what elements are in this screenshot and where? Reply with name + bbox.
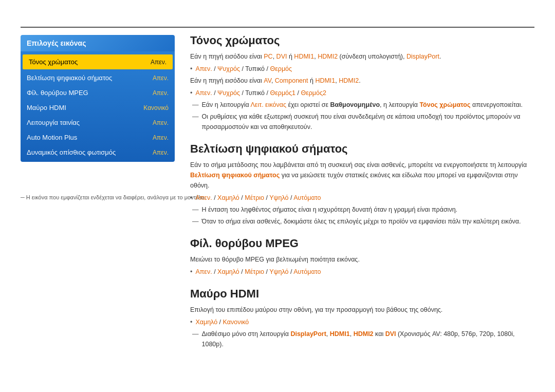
- sidebar-item-value-0: Απεν.: [151, 59, 166, 66]
- sidebar-item-1[interactable]: Βελτίωση ψηφιακού σήματοςΑπεν.: [21, 70, 175, 85]
- section-fil-thoryvou: Φίλ. θορύβου MPEG Μειώνει το θόρυβο MPEG…: [190, 237, 534, 277]
- section-title-mavro-hdmi: Μαύρο HDMI: [190, 287, 534, 301]
- sidebar-item-3[interactable]: Μαύρο HDMIΚανονικό: [21, 100, 175, 115]
- tonos-note-2: — Οι ρυθμίσεις για κάθε εξωτερική συσκευ…: [190, 111, 534, 132]
- sidebar-item-value-1: Απεν.: [153, 74, 169, 82]
- section-title-tonos: Τόνος χρώματος: [190, 34, 534, 47]
- tonos-bullet-2: • Απεν. / Ψυχρός / Τυπικό / Θερμός1 / Θε…: [190, 88, 534, 98]
- section-tonos: Τόνος χρώματος Εάν η πηγή εισόδου είναι …: [190, 34, 534, 132]
- sidebar-menu: Τόνος χρώματοςΑπεν.Βελτίωση ψηφιακού σήμ…: [21, 51, 175, 162]
- sidebar-item-2[interactable]: Φίλ. θορύβου MPEGΑπεν.: [21, 85, 175, 100]
- sidebar-item-4[interactable]: Λειτουργία ταινίαςΑπεν.: [21, 115, 175, 130]
- sidebar-title: Επιλογές εικόνας: [21, 35, 175, 51]
- section-body-tonos: Εάν η πηγή εισόδου είναι PC, DVI ή HDMI1…: [190, 51, 534, 132]
- sidebar-item-label-6: Δυναμικός οπίσθιος φωτισμός: [27, 148, 116, 156]
- sidebar: Επιλογές εικόνας Τόνος χρώματοςΑπεν.Βελτ…: [21, 35, 175, 162]
- tonos-note-1: — Εάν η λειτουργία Λειτ. εικόνας έχει ορ…: [190, 100, 534, 110]
- sidebar-item-5[interactable]: Auto Motion PlusΑπεν.: [21, 130, 175, 145]
- fil-bullet-1: • Απεν. / Χαμηλό / Μέτριο / Υψηλό / Αυτό…: [190, 267, 534, 277]
- sidebar-item-value-3: Κανονικό: [143, 104, 169, 111]
- sidebar-item-label-4: Λειτουργία ταινίας: [27, 119, 80, 126]
- main-content: Τόνος χρώματος Εάν η πηγή εισόδου είναι …: [190, 27, 534, 382]
- sidebar-item-value-2: Απεν.: [153, 89, 169, 97]
- mavro-note-1: — Διαθέσιμο μόνο στη λειτουργία DisplayP…: [190, 329, 534, 349]
- section-veltiosi: Βελτίωση ψηφιακού σήματος Εάν το σήμα με…: [190, 142, 534, 227]
- veltiosi-bullet-1: • Απεν. / Χαμηλό / Μέτριο / Υψηλό / Αυτό…: [190, 193, 534, 203]
- veltiosi-note-2: — Όταν το σήμα είναι ασθενές, δοκιμάστε …: [190, 216, 534, 227]
- sidebar-item-label-5: Auto Motion Plus: [27, 134, 77, 141]
- section-body-veltiosi: Εάν το σήμα μετάδοσης που λαμβάνεται από…: [190, 160, 534, 227]
- sidebar-item-value-4: Απεν.: [153, 119, 169, 126]
- fil-para-1: Μειώνει το θόρυβο MPEG για βελτιωμένη πο…: [190, 254, 534, 265]
- tonos-para-2: Εάν η πηγή εισόδου είναι AV, Component ή…: [190, 76, 534, 86]
- sidebar-footer-note: Η εικόνα που εμφανίζεται ενδέχεται να δι…: [21, 194, 206, 200]
- section-body-fil-thoryvou: Μειώνει το θόρυβο MPEG για βελτιωμένη πο…: [190, 254, 534, 277]
- section-body-mavro-hdmi: Επιλογή του επιπέδου μαύρου στην οθόνη, …: [190, 305, 534, 349]
- sidebar-item-6[interactable]: Δυναμικός οπίσθιος φωτισμόςΑπεν.: [21, 145, 175, 160]
- section-mavro-hdmi: Μαύρο HDMI Επιλογή του επιπέδου μαύρου σ…: [190, 287, 534, 349]
- mavro-bullet-1: • Χαμηλό / Κανονικό: [190, 317, 534, 327]
- sidebar-item-label-2: Φίλ. θορύβου MPEG: [27, 89, 88, 97]
- veltiosi-para-1: Εάν το σήμα μετάδοσης που λαμβάνεται από…: [190, 160, 534, 191]
- tonos-para-1: Εάν η πηγή εισόδου είναι PC, DVI ή HDMI1…: [190, 51, 534, 62]
- tonos-bullet-1: • Απεν. / Ψυχρός / Τυπικό / Θερμός: [190, 64, 534, 74]
- section-title-veltiosi: Βελτίωση ψηφιακού σήματος: [190, 142, 534, 156]
- veltiosi-note-1: — Η ένταση του ληφθέντος σήματος είναι η…: [190, 204, 534, 215]
- section-title-fil-thoryvou: Φίλ. θορύβου MPEG: [190, 237, 534, 250]
- mavro-para-1: Επιλογή του επιπέδου μαύρου στην οθόνη, …: [190, 305, 534, 315]
- sidebar-item-value-5: Απεν.: [153, 134, 169, 141]
- sidebar-item-label-3: Μαύρο HDMI: [27, 104, 66, 111]
- sidebar-item-value-6: Απεν.: [153, 149, 169, 156]
- sidebar-item-label-1: Βελτίωση ψηφιακού σήματος: [27, 74, 112, 82]
- sidebar-item-label-0: Τόνος χρώματος: [29, 58, 78, 66]
- sidebar-item-0[interactable]: Τόνος χρώματοςΑπεν.: [23, 54, 173, 69]
